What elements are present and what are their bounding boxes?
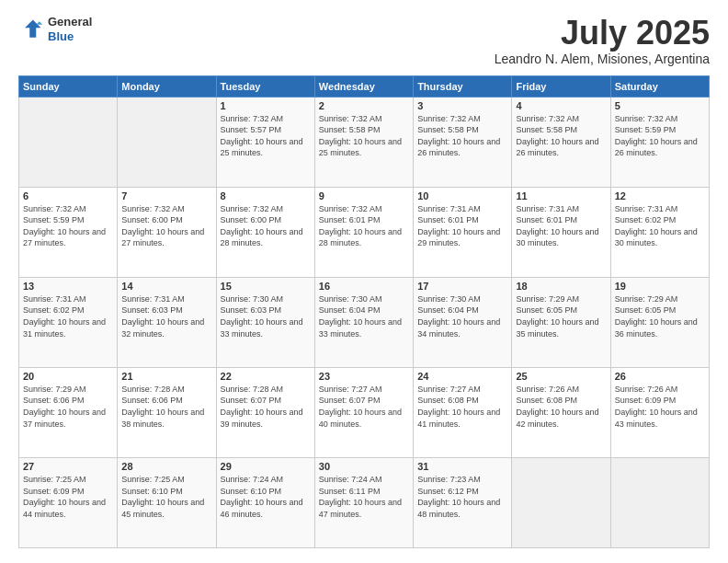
day-number: 31 bbox=[417, 461, 507, 472]
calendar-cell: 22Sunrise: 7:28 AM Sunset: 6:07 PM Dayli… bbox=[216, 367, 314, 457]
day-number: 29 bbox=[221, 461, 311, 472]
calendar-cell bbox=[512, 457, 610, 547]
day-number: 3 bbox=[417, 100, 507, 111]
day-info: Sunrise: 7:24 AM Sunset: 6:10 PM Dayligh… bbox=[221, 474, 311, 520]
day-number: 9 bbox=[319, 190, 409, 201]
calendar-cell: 19Sunrise: 7:29 AM Sunset: 6:05 PM Dayli… bbox=[610, 277, 709, 367]
calendar-cell: 3Sunrise: 7:32 AM Sunset: 5:58 PM Daylig… bbox=[414, 97, 512, 187]
day-number: 5 bbox=[615, 100, 705, 111]
day-number: 11 bbox=[516, 190, 606, 201]
calendar-cell: 30Sunrise: 7:24 AM Sunset: 6:11 PM Dayli… bbox=[314, 457, 413, 547]
day-info: Sunrise: 7:32 AM Sunset: 5:57 PM Dayligh… bbox=[221, 113, 311, 159]
day-info: Sunrise: 7:32 AM Sunset: 6:00 PM Dayligh… bbox=[121, 203, 211, 249]
calendar-cell: 15Sunrise: 7:30 AM Sunset: 6:03 PM Dayli… bbox=[216, 277, 314, 367]
day-number: 16 bbox=[319, 281, 409, 292]
calendar-cell: 21Sunrise: 7:28 AM Sunset: 6:06 PM Dayli… bbox=[118, 367, 216, 457]
weekday-header-friday: Friday bbox=[512, 75, 610, 97]
day-number: 22 bbox=[221, 371, 311, 382]
day-info: Sunrise: 7:27 AM Sunset: 6:07 PM Dayligh… bbox=[319, 384, 409, 430]
day-info: Sunrise: 7:30 AM Sunset: 6:03 PM Dayligh… bbox=[221, 293, 311, 339]
day-info: Sunrise: 7:32 AM Sunset: 6:01 PM Dayligh… bbox=[319, 203, 409, 249]
day-number: 21 bbox=[121, 371, 211, 382]
day-info: Sunrise: 7:25 AM Sunset: 6:09 PM Dayligh… bbox=[23, 474, 113, 520]
week-row-2: 6Sunrise: 7:32 AM Sunset: 5:59 PM Daylig… bbox=[19, 187, 710, 277]
calendar-cell: 5Sunrise: 7:32 AM Sunset: 5:59 PM Daylig… bbox=[610, 97, 709, 187]
calendar-cell: 20Sunrise: 7:29 AM Sunset: 6:06 PM Dayli… bbox=[19, 367, 118, 457]
calendar-cell: 16Sunrise: 7:30 AM Sunset: 6:04 PM Dayli… bbox=[314, 277, 413, 367]
day-number: 19 bbox=[615, 281, 705, 292]
calendar-cell: 18Sunrise: 7:29 AM Sunset: 6:05 PM Dayli… bbox=[512, 277, 610, 367]
day-number: 17 bbox=[417, 281, 507, 292]
day-info: Sunrise: 7:31 AM Sunset: 6:03 PM Dayligh… bbox=[121, 293, 211, 339]
weekday-header-sunday: Sunday bbox=[19, 75, 118, 97]
day-info: Sunrise: 7:30 AM Sunset: 6:04 PM Dayligh… bbox=[319, 293, 409, 339]
day-number: 10 bbox=[417, 190, 507, 201]
calendar-cell bbox=[118, 97, 216, 187]
calendar-cell: 29Sunrise: 7:24 AM Sunset: 6:10 PM Dayli… bbox=[216, 457, 314, 547]
logo-icon bbox=[18, 17, 44, 42]
calendar-cell: 23Sunrise: 7:27 AM Sunset: 6:07 PM Dayli… bbox=[314, 367, 413, 457]
calendar-cell: 6Sunrise: 7:32 AM Sunset: 5:59 PM Daylig… bbox=[19, 187, 118, 277]
day-number: 28 bbox=[121, 461, 211, 472]
day-info: Sunrise: 7:23 AM Sunset: 6:12 PM Dayligh… bbox=[417, 474, 507, 520]
day-number: 13 bbox=[23, 281, 113, 292]
calendar-cell: 31Sunrise: 7:23 AM Sunset: 6:12 PM Dayli… bbox=[414, 457, 512, 547]
weekday-header-thursday: Thursday bbox=[414, 75, 512, 97]
calendar-cell: 24Sunrise: 7:27 AM Sunset: 6:08 PM Dayli… bbox=[414, 367, 512, 457]
day-info: Sunrise: 7:29 AM Sunset: 6:06 PM Dayligh… bbox=[23, 384, 113, 430]
day-number: 23 bbox=[319, 371, 409, 382]
page: General Blue July 2025 Leandro N. Alem, … bbox=[0, 0, 728, 563]
day-info: Sunrise: 7:31 AM Sunset: 6:02 PM Dayligh… bbox=[23, 293, 113, 339]
day-number: 30 bbox=[319, 461, 409, 472]
day-number: 2 bbox=[319, 100, 409, 111]
title-area: July 2025 Leandro N. Alem, Misiones, Arg… bbox=[495, 15, 710, 66]
day-number: 12 bbox=[615, 190, 705, 201]
day-number: 27 bbox=[23, 461, 113, 472]
location-subtitle: Leandro N. Alem, Misiones, Argentina bbox=[495, 52, 710, 66]
calendar-cell: 13Sunrise: 7:31 AM Sunset: 6:02 PM Dayli… bbox=[19, 277, 118, 367]
calendar-cell: 10Sunrise: 7:31 AM Sunset: 6:01 PM Dayli… bbox=[414, 187, 512, 277]
day-number: 7 bbox=[121, 190, 211, 201]
day-info: Sunrise: 7:31 AM Sunset: 6:02 PM Dayligh… bbox=[615, 203, 705, 249]
calendar-cell: 12Sunrise: 7:31 AM Sunset: 6:02 PM Dayli… bbox=[610, 187, 709, 277]
calendar-cell: 26Sunrise: 7:26 AM Sunset: 6:09 PM Dayli… bbox=[610, 367, 709, 457]
day-info: Sunrise: 7:28 AM Sunset: 6:07 PM Dayligh… bbox=[221, 384, 311, 430]
day-number: 20 bbox=[23, 371, 113, 382]
day-info: Sunrise: 7:32 AM Sunset: 5:58 PM Dayligh… bbox=[516, 113, 606, 159]
week-row-4: 20Sunrise: 7:29 AM Sunset: 6:06 PM Dayli… bbox=[19, 367, 710, 457]
day-info: Sunrise: 7:32 AM Sunset: 5:59 PM Dayligh… bbox=[23, 203, 113, 249]
calendar-cell: 1Sunrise: 7:32 AM Sunset: 5:57 PM Daylig… bbox=[216, 97, 314, 187]
weekday-header-row: SundayMondayTuesdayWednesdayThursdayFrid… bbox=[19, 75, 710, 97]
calendar-table: SundayMondayTuesdayWednesdayThursdayFrid… bbox=[18, 75, 710, 548]
day-info: Sunrise: 7:26 AM Sunset: 6:09 PM Dayligh… bbox=[615, 384, 705, 430]
day-number: 8 bbox=[221, 190, 311, 201]
calendar-cell: 4Sunrise: 7:32 AM Sunset: 5:58 PM Daylig… bbox=[512, 97, 610, 187]
day-number: 14 bbox=[121, 281, 211, 292]
weekday-header-monday: Monday bbox=[118, 75, 216, 97]
day-number: 18 bbox=[516, 281, 606, 292]
day-number: 24 bbox=[417, 371, 507, 382]
weekday-header-saturday: Saturday bbox=[610, 75, 709, 97]
day-number: 26 bbox=[615, 371, 705, 382]
calendar-cell: 28Sunrise: 7:25 AM Sunset: 6:10 PM Dayli… bbox=[118, 457, 216, 547]
day-number: 6 bbox=[23, 190, 113, 201]
day-info: Sunrise: 7:27 AM Sunset: 6:08 PM Dayligh… bbox=[417, 384, 507, 430]
day-info: Sunrise: 7:32 AM Sunset: 5:58 PM Dayligh… bbox=[319, 113, 409, 159]
week-row-1: 1Sunrise: 7:32 AM Sunset: 5:57 PM Daylig… bbox=[19, 97, 710, 187]
calendar-cell bbox=[19, 97, 118, 187]
day-info: Sunrise: 7:32 AM Sunset: 5:59 PM Dayligh… bbox=[615, 113, 705, 159]
weekday-header-wednesday: Wednesday bbox=[314, 75, 413, 97]
calendar-cell: 17Sunrise: 7:30 AM Sunset: 6:04 PM Dayli… bbox=[414, 277, 512, 367]
calendar-cell: 2Sunrise: 7:32 AM Sunset: 5:58 PM Daylig… bbox=[314, 97, 413, 187]
logo: General Blue bbox=[18, 15, 92, 43]
month-title: July 2025 bbox=[495, 15, 710, 52]
calendar-cell: 8Sunrise: 7:32 AM Sunset: 6:00 PM Daylig… bbox=[216, 187, 314, 277]
week-row-3: 13Sunrise: 7:31 AM Sunset: 6:02 PM Dayli… bbox=[19, 277, 710, 367]
day-info: Sunrise: 7:25 AM Sunset: 6:10 PM Dayligh… bbox=[121, 474, 211, 520]
day-info: Sunrise: 7:30 AM Sunset: 6:04 PM Dayligh… bbox=[417, 293, 507, 339]
calendar-cell: 11Sunrise: 7:31 AM Sunset: 6:01 PM Dayli… bbox=[512, 187, 610, 277]
day-info: Sunrise: 7:24 AM Sunset: 6:11 PM Dayligh… bbox=[319, 474, 409, 520]
week-row-5: 27Sunrise: 7:25 AM Sunset: 6:09 PM Dayli… bbox=[19, 457, 710, 547]
day-number: 15 bbox=[221, 281, 311, 292]
day-info: Sunrise: 7:32 AM Sunset: 6:00 PM Dayligh… bbox=[221, 203, 311, 249]
